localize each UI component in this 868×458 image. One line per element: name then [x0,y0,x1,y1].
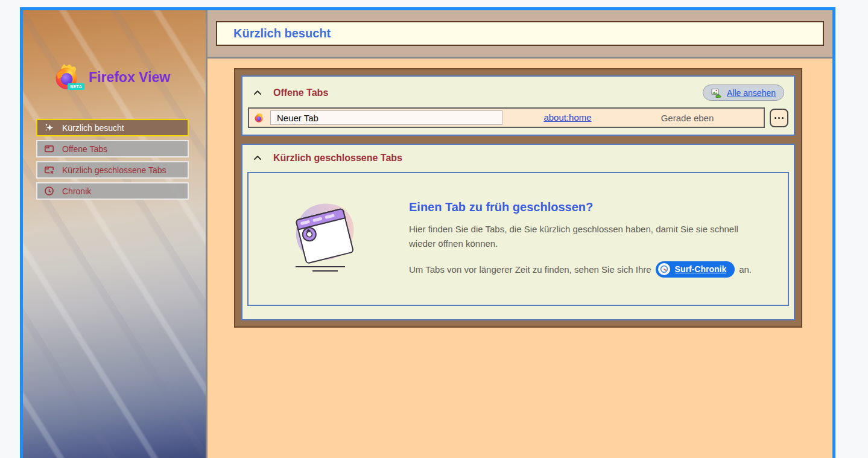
tab-title: Neuer Tab [270,110,502,125]
empty-state-body2-prefix: Um Tabs von vor längerer Zeit zu finden,… [409,262,651,276]
chevron-up-icon [252,153,263,164]
clock-icon [44,186,54,196]
closed-tab-illustration [287,199,363,279]
content: Offene Tabs Alle ansehen [207,59,832,458]
sidebar-item-history[interactable]: Chronik [36,182,189,200]
empty-state-body2-suffix: an. [739,262,752,276]
history-link-button[interactable]: Surf-Chronik [656,261,735,278]
history-link-label: Surf-Chronik [675,264,727,274]
open-tabs-section: Offene Tabs Alle ansehen [241,75,795,136]
more-options-icon [775,117,784,119]
view-card: Offene Tabs Alle ansehen [234,68,802,328]
sidebar-item-label: Chronik [62,186,91,196]
open-tabs-heading: Offene Tabs [273,87,328,98]
collapse-open-tabs-button[interactable] [252,87,263,98]
empty-state-title: Einen Tab zu früh geschlossen? [409,200,764,214]
open-tab-row[interactable]: Neuer Tab about:home Gerade eben [248,107,765,128]
chevron-up-icon [252,87,263,98]
sidebar-item-open-tabs[interactable]: Offene Tabs [36,140,189,157]
history-clock-icon [658,263,670,275]
firefox-logo-icon: BETA [53,63,81,91]
sidebar-nav: Kürzlich besucht Offene Tabs Kürzlich ge… [36,119,189,200]
empty-state: Einen Tab zu früh geschlossen? Hier find… [247,172,789,306]
firefox-view-window: BETA Firefox View Kürzlich besucht Offen… [20,7,835,458]
view-all-icon [711,88,721,98]
sidebar-item-label: Kürzlich geschlossene Tabs [62,165,166,175]
sidebar-item-label: Kürzlich besucht [62,123,124,133]
view-all-button[interactable]: Alle ansehen [703,84,784,101]
brand: BETA Firefox View [53,63,206,91]
sidebar: BETA Firefox View Kürzlich besucht Offen… [23,10,207,458]
tab-icon [44,144,54,154]
sidebar-item-recently-closed[interactable]: Kürzlich geschlossene Tabs [36,161,189,179]
page-title-box: Kürzlich besucht [216,21,824,46]
main-area: Kürzlich besucht Offene Tabs [207,10,832,458]
beta-badge: BETA [68,83,84,90]
tab-close-icon [44,165,54,175]
tab-url-link[interactable]: about:home [543,112,591,122]
recently-closed-heading: Kürzlich geschlossene Tabs [273,153,402,164]
tab-more-options-button[interactable] [770,109,788,127]
page-header: Kürzlich besucht [207,10,832,59]
firefox-view-title: Firefox View [89,69,170,86]
firefox-favicon [254,113,264,123]
recently-closed-section: Kürzlich geschlossene Tabs [241,144,795,320]
sidebar-item-recent-browsing[interactable]: Kürzlich besucht [36,119,189,136]
sparkle-icon [44,122,54,133]
page-title: Kürzlich besucht [233,27,331,40]
tab-time: Gerade eben [616,113,759,123]
collapse-recently-closed-button[interactable] [252,153,263,164]
empty-state-body: Hier finden Sie die Tabs, die Sie kürzli… [409,222,764,250]
sidebar-item-label: Offene Tabs [62,144,107,154]
view-all-label: Alle ansehen [727,88,776,98]
